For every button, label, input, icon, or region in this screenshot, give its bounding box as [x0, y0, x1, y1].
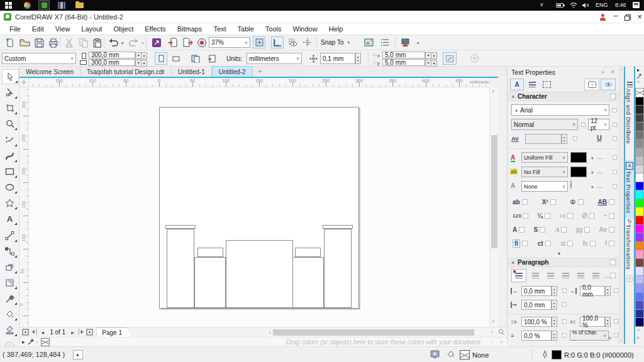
palette-swatch[interactable] — [635, 250, 644, 259]
page-width-stepper[interactable]: ▾▴ — [136, 52, 147, 59]
page-height-stepper[interactable]: ▾▴ — [136, 60, 147, 67]
menu-view[interactable]: View — [50, 25, 76, 33]
collapse-chevrons-icon[interactable]: « — [510, 261, 516, 264]
align-none-button[interactable] — [511, 269, 526, 282]
duplicate-x-stepper[interactable]: ▾▴ — [426, 52, 437, 59]
crop-tool[interactable] — [2, 101, 18, 115]
menu-edit[interactable]: Edit — [26, 25, 50, 33]
palette-swatch[interactable] — [635, 233, 644, 242]
oldstyle-figures-icon[interactable]: gg — [575, 226, 582, 233]
menu-effects[interactable]: Effects — [139, 25, 171, 33]
menu-file[interactable]: File — [4, 25, 26, 33]
show-guidelines-icon[interactable] — [301, 36, 314, 48]
palette-swatch[interactable] — [635, 131, 644, 140]
palette-scroll-down-icon[interactable]: ˅ — [637, 328, 640, 332]
fraction-icon[interactable]: ¼ — [537, 212, 542, 219]
freehand-tool[interactable] — [2, 133, 18, 147]
palette-swatch[interactable] — [635, 105, 644, 114]
character-expand-icon[interactable]: ▾ — [558, 251, 560, 256]
import-icon[interactable] — [165, 36, 180, 50]
background-color-swatch[interactable] — [570, 167, 587, 177]
underline-icon[interactable]: U — [597, 134, 602, 141]
fill-tool[interactable] — [2, 307, 18, 321]
add-preset-icon[interactable]: + — [470, 54, 479, 62]
palette-swatch[interactable] — [635, 139, 644, 148]
drawing-rect-left-column[interactable] — [167, 229, 194, 308]
open-icon[interactable] — [17, 36, 33, 50]
tab-tsaqofah-design[interactable]: Tsaqofah tutorial Design.cdr — [80, 67, 172, 77]
speaker-muted-icon[interactable] — [582, 2, 589, 9]
zoom-relative-icon[interactable] — [253, 36, 265, 48]
polygon-tool[interactable] — [2, 196, 18, 210]
docker-scroll-down-icon[interactable]: ˅ — [608, 335, 611, 341]
undo-dropdown-icon[interactable]: ▾ — [121, 41, 124, 46]
line-spacing-field[interactable]: 100,0 % — [521, 317, 552, 327]
standard-ligatures-icon[interactable]: fi — [513, 239, 520, 248]
prev-page-icon[interactable]: ◂ — [42, 329, 45, 336]
landscape-button[interactable] — [170, 52, 182, 65]
palette-swatch[interactable] — [635, 207, 644, 216]
fill-settings-button[interactable]: … — [597, 153, 603, 160]
drawing-rect-right-box[interactable] — [295, 248, 321, 257]
palette-scroll-right-icon[interactable]: › — [491, 339, 493, 345]
first-page-icon[interactable]: ⏴⏐ — [32, 329, 38, 336]
palette-eyedropper-icon[interactable] — [636, 74, 642, 79]
background-color-dropdown-icon[interactable]: ▾ — [591, 170, 594, 175]
palette-swatch[interactable] — [635, 224, 644, 234]
new-tab-icon[interactable]: + — [253, 67, 267, 76]
application-launcher-icon[interactable] — [399, 36, 411, 48]
palette-swatch[interactable] — [635, 283, 644, 293]
capitals-icon[interactable]: AB — [598, 199, 607, 206]
page-preset-combo[interactable]: Custom∨ — [2, 53, 76, 64]
align-center-button[interactable] — [544, 270, 557, 282]
search-content-icon[interactable] — [148, 36, 164, 50]
snap-to-button[interactable]: Snap To▾ — [321, 36, 350, 48]
restore-button[interactable] — [625, 14, 631, 21]
long-s-icon[interactable]: f — [605, 240, 607, 247]
outline-color-swatch[interactable] — [570, 180, 572, 189]
undo-icon[interactable] — [106, 36, 121, 50]
fill-type-combo[interactable]: Uniform Fill∨ — [521, 152, 568, 163]
palette-swatch[interactable] — [635, 292, 644, 302]
menu-text[interactable]: Text — [208, 25, 231, 33]
nudge-stepper[interactable]: ▴▾ — [355, 53, 361, 64]
treat-as-filled-button[interactable] — [443, 52, 457, 65]
align-justify-button[interactable] — [574, 270, 587, 282]
canvas-hscrollbar[interactable]: ‹ — [267, 327, 489, 337]
scroll-right-icon[interactable]: › — [491, 329, 493, 335]
palette-swatch[interactable] — [635, 275, 644, 285]
tab-untitled-2[interactable]: Untitled-2 — [212, 66, 253, 77]
scroll-down-icon[interactable]: ˅ — [492, 319, 495, 324]
side-tab-transformations[interactable]: ↻ Transformations — [625, 219, 634, 272]
next-page-icon[interactable]: ▸ — [71, 329, 74, 336]
connector-tool[interactable] — [2, 244, 18, 258]
palette-swatch[interactable] — [635, 190, 644, 199]
view-manager-icon[interactable] — [379, 36, 391, 48]
palette-swatch[interactable] — [635, 241, 644, 251]
tab-welcome-screen[interactable]: Welcome Screen — [19, 67, 80, 77]
redo-dropdown-icon[interactable]: ▾ — [142, 41, 144, 46]
add-page-before-icon[interactable] — [22, 329, 29, 336]
drawing-rect-center[interactable] — [226, 240, 293, 308]
menu-window[interactable]: Window — [287, 25, 323, 33]
character-section-header[interactable]: « Character — [508, 92, 619, 101]
slashed-zero-icon[interactable]: Ø — [582, 212, 587, 219]
hscroll-thumb[interactable] — [273, 329, 474, 336]
character-spacing-field[interactable]: 0,0 % — [521, 331, 552, 341]
horizontal-ruler[interactable]: 150 100 50 0 50 100 150 200 250 300 350 … — [29, 78, 489, 87]
ruler-origin[interactable] — [19, 78, 29, 87]
spacing-unit-combo[interactable]: % of Char. ...∨ — [570, 331, 609, 341]
palette-swatch[interactable] — [635, 156, 644, 165]
side-tab-align-distribute[interactable]: Align and Distribute — [625, 80, 634, 146]
palette-swatch[interactable] — [635, 182, 644, 191]
nudge-field[interactable]: 0,1 mm — [320, 53, 355, 64]
alternate-forms-icon[interactable]: Ae — [599, 226, 607, 233]
duplicate-y-field[interactable]: 5,0 mm — [382, 59, 425, 66]
coreldraw-taskbar-icon[interactable] — [38, 0, 50, 10]
paragraph-section-header[interactable]: « Paragraph — [508, 258, 619, 267]
last-page-icon[interactable]: ⏐⏵ — [77, 329, 84, 336]
palette-swatch[interactable] — [635, 309, 644, 319]
collapse-chevrons-icon[interactable]: « — [510, 95, 516, 98]
interactive-fill-tool[interactable] — [2, 323, 18, 337]
drawing-rect-right-pedestal[interactable] — [292, 257, 324, 308]
